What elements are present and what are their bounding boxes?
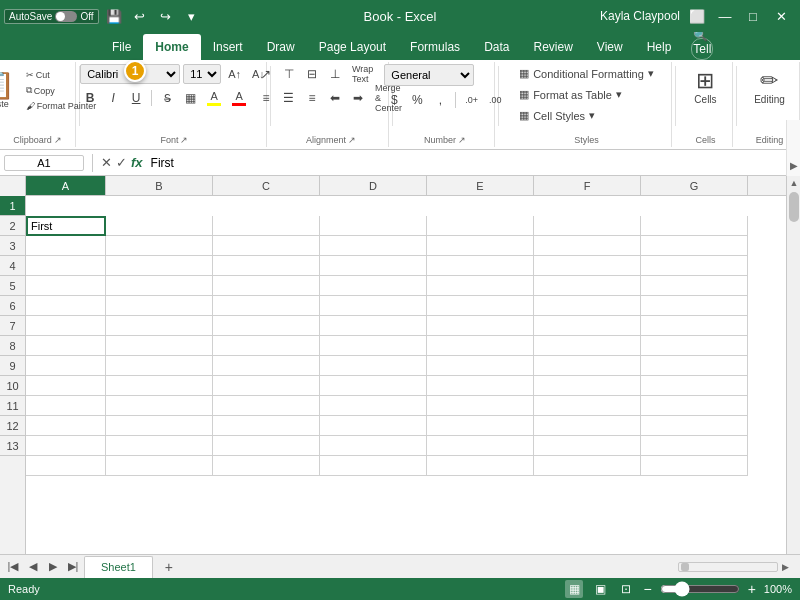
sheet-nav-last[interactable]: ▶|: [64, 558, 82, 576]
col-header-B[interactable]: B: [106, 176, 213, 195]
center-align-button[interactable]: ☰: [279, 88, 299, 108]
cell-G6[interactable]: [641, 316, 748, 336]
cell-A9[interactable]: [26, 376, 106, 396]
cell-C13[interactable]: [213, 456, 320, 476]
format-as-table-button[interactable]: ▦ Format as Table ▾: [514, 85, 627, 104]
cell-F6[interactable]: [534, 316, 641, 336]
cell-C9[interactable]: [213, 376, 320, 396]
tab-help[interactable]: Help: [635, 34, 684, 60]
cell-E9[interactable]: [427, 376, 534, 396]
col-header-D[interactable]: D: [320, 176, 427, 195]
cell-D9[interactable]: [320, 376, 427, 396]
underline-button[interactable]: U: [126, 88, 146, 108]
zoom-percentage[interactable]: 100%: [764, 583, 792, 595]
tab-insert[interactable]: Insert: [201, 34, 255, 60]
cell-E6[interactable]: [427, 316, 534, 336]
cell-B3[interactable]: [106, 256, 213, 276]
cell-C11[interactable]: [213, 416, 320, 436]
autosave-toggle[interactable]: AutoSave Off: [4, 9, 99, 24]
cell-F10[interactable]: [534, 396, 641, 416]
comma-button[interactable]: ,: [430, 90, 450, 110]
row-header-13[interactable]: 13: [0, 436, 25, 456]
cell-E11[interactable]: [427, 416, 534, 436]
conditional-formatting-button[interactable]: ▦ Conditional Formatting ▾: [514, 64, 659, 83]
cell-C2[interactable]: [213, 236, 320, 256]
close-button[interactable]: ✕: [770, 5, 792, 27]
row-header-6[interactable]: 6: [0, 296, 25, 316]
cell-C7[interactable]: [213, 336, 320, 356]
increase-font-button[interactable]: A↑: [224, 64, 245, 84]
top-align-button[interactable]: ⊤: [279, 64, 299, 84]
paste-button[interactable]: 📋 Paste: [0, 68, 20, 112]
save-button[interactable]: 💾: [103, 5, 125, 27]
middle-align-button[interactable]: ⊟: [302, 64, 322, 84]
tab-file[interactable]: File: [100, 34, 143, 60]
right-align-button[interactable]: ≡: [302, 88, 322, 108]
row-header-8[interactable]: 8: [0, 336, 25, 356]
cell-D3[interactable]: [320, 256, 427, 276]
cell-A2[interactable]: [26, 236, 106, 256]
cell-B5[interactable]: [106, 296, 213, 316]
cell-F11[interactable]: [534, 416, 641, 436]
user-name[interactable]: Kayla Claypool: [600, 9, 680, 23]
zoom-in-button[interactable]: +: [748, 581, 756, 597]
maximize-button[interactable]: □: [742, 5, 764, 27]
cell-B6[interactable]: [106, 316, 213, 336]
cell-A11[interactable]: [26, 416, 106, 436]
cell-A3[interactable]: [26, 256, 106, 276]
cell-B2[interactable]: [106, 236, 213, 256]
cell-D13[interactable]: [320, 456, 427, 476]
cell-B9[interactable]: [106, 376, 213, 396]
decrease-indent-button[interactable]: ⬅: [325, 88, 345, 108]
undo-dropdown-button[interactable]: ▾: [181, 5, 203, 27]
tab-home[interactable]: Home: [143, 34, 200, 60]
cell-A6[interactable]: [26, 316, 106, 336]
cell-E8[interactable]: [427, 356, 534, 376]
col-header-G[interactable]: G: [641, 176, 748, 195]
name-box[interactable]: [4, 155, 84, 171]
tab-draw[interactable]: Draw: [255, 34, 307, 60]
cell-C4[interactable]: [213, 276, 320, 296]
cell-C5[interactable]: [213, 296, 320, 316]
add-sheet-button[interactable]: +: [159, 557, 179, 577]
row-header-1[interactable]: 1: [0, 196, 25, 216]
cell-D5[interactable]: [320, 296, 427, 316]
font-size-select[interactable]: 11: [183, 64, 221, 84]
bold-button[interactable]: B: [80, 88, 100, 108]
cell-G1[interactable]: [641, 216, 748, 236]
cell-E7[interactable]: [427, 336, 534, 356]
col-header-F[interactable]: F: [534, 176, 641, 195]
cell-A5[interactable]: [26, 296, 106, 316]
zoom-out-button[interactable]: −: [643, 581, 651, 597]
border-button[interactable]: ▦: [180, 88, 200, 108]
cell-C1[interactable]: [213, 216, 320, 236]
cell-G5[interactable]: [641, 296, 748, 316]
cell-D2[interactable]: [320, 236, 427, 256]
cell-F2[interactable]: [534, 236, 641, 256]
cell-D6[interactable]: [320, 316, 427, 336]
cell-B12[interactable]: [106, 436, 213, 456]
cell-C8[interactable]: [213, 356, 320, 376]
confirm-button[interactable]: ✓: [116, 155, 127, 170]
cell-G2[interactable]: [641, 236, 748, 256]
wrap-text-button[interactable]: WrapText: [348, 64, 377, 84]
col-header-C[interactable]: C: [213, 176, 320, 195]
font-color-button[interactable]: A: [228, 88, 250, 108]
cell-E2[interactable]: [427, 236, 534, 256]
minimize-button[interactable]: —: [714, 5, 736, 27]
row-header-10[interactable]: 10: [0, 376, 25, 396]
cell-G9[interactable]: [641, 376, 748, 396]
number-format-select[interactable]: General: [384, 64, 474, 86]
vertical-scrollbar[interactable]: ▲: [786, 176, 800, 554]
cell-A10[interactable]: [26, 396, 106, 416]
sheet-nav-first[interactable]: |◀: [4, 558, 22, 576]
cell-styles-button[interactable]: ▦ Cell Styles ▾: [514, 106, 600, 125]
italic-button[interactable]: I: [103, 88, 123, 108]
cell-F9[interactable]: [534, 376, 641, 396]
increase-decimal-button[interactable]: .0+: [461, 90, 482, 110]
cell-D4[interactable]: [320, 276, 427, 296]
cell-B11[interactable]: [106, 416, 213, 436]
cell-F1[interactable]: [534, 216, 641, 236]
scroll-thumb[interactable]: [789, 192, 799, 222]
strikethrough-button[interactable]: S̶: [157, 88, 177, 108]
